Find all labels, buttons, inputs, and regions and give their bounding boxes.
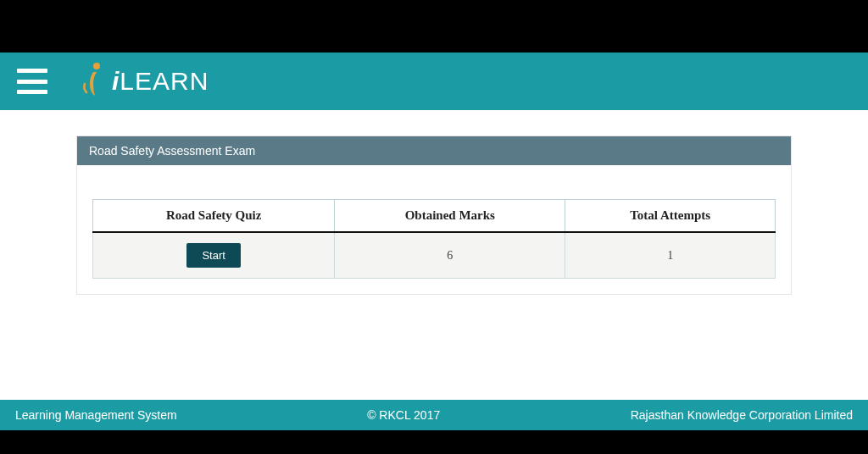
cell-action: Start (93, 232, 335, 279)
hamburger-menu-icon[interactable] (17, 69, 47, 94)
footer-right: Rajasthan Knowledge Corporation Limited (631, 408, 853, 422)
quiz-table: Road Safety Quiz Obtained Marks Total At… (92, 199, 776, 279)
table-row: Start 6 1 (93, 232, 776, 279)
footer-center: © RKCL 2017 (367, 408, 440, 422)
card-body: Road Safety Quiz Obtained Marks Total At… (77, 165, 791, 294)
col-header-marks: Obtained Marks (335, 200, 565, 233)
cell-total-attempts: 1 (565, 232, 776, 279)
assessment-card: Road Safety Assessment Exam Road Safety … (76, 136, 792, 295)
logo-text: iLEARN (112, 67, 209, 96)
col-header-quiz: Road Safety Quiz (93, 200, 335, 233)
cell-obtained-marks: 6 (335, 232, 565, 279)
footer: Learning Management System © RKCL 2017 R… (0, 400, 868, 430)
footer-left: Learning Management System (15, 408, 177, 422)
ilearn-logo-icon (81, 62, 107, 101)
main-header: iLEARN (0, 53, 868, 110)
svg-point-0 (93, 63, 100, 69)
card-title: Road Safety Assessment Exam (77, 136, 791, 165)
content-area: Road Safety Assessment Exam Road Safety … (0, 110, 868, 400)
col-header-attempts: Total Attempts (565, 200, 776, 233)
start-button[interactable]: Start (186, 243, 240, 268)
logo[interactable]: iLEARN (81, 62, 209, 101)
